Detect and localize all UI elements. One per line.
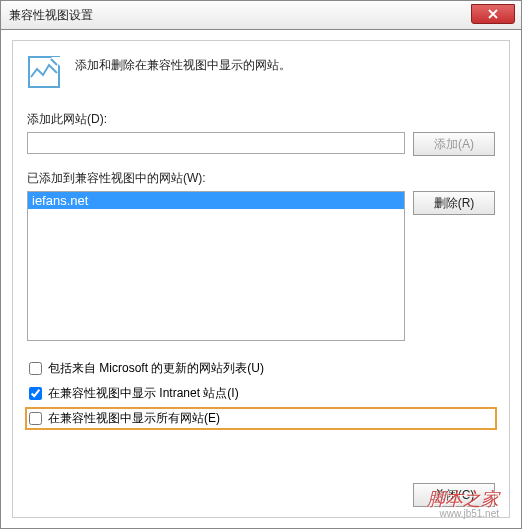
add-button[interactable]: 添加(A): [413, 132, 495, 156]
checkbox-all-sites[interactable]: 在兼容性视图中显示所有网站(E): [27, 409, 495, 428]
add-label: 添加此网站(D):: [27, 111, 495, 128]
add-website-input[interactable]: [27, 132, 405, 154]
checkbox-input[interactable]: [29, 387, 42, 400]
checkbox-input[interactable]: [29, 362, 42, 375]
list-row: iefans.net 删除(R): [27, 191, 495, 341]
checkbox-microsoft-update[interactable]: 包括来自 Microsoft 的更新的网站列表(U): [27, 359, 495, 378]
checkbox-label: 在兼容性视图中显示 Intranet 站点(I): [48, 385, 239, 402]
window-title: 兼容性视图设置: [9, 7, 93, 24]
header-row: 添加和删除在兼容性视图中显示的网站。: [27, 55, 495, 89]
close-icon[interactable]: [471, 4, 515, 24]
compat-icon: [27, 55, 61, 89]
checkbox-input[interactable]: [29, 412, 42, 425]
list-item[interactable]: iefans.net: [28, 192, 404, 209]
website-listbox[interactable]: iefans.net: [27, 191, 405, 341]
remove-button[interactable]: 删除(R): [413, 191, 495, 215]
inner-panel: 添加和删除在兼容性视图中显示的网站。 添加此网站(D): 添加(A) 已添加到兼…: [12, 40, 510, 518]
add-row: 添加(A): [27, 132, 495, 156]
header-description: 添加和删除在兼容性视图中显示的网站。: [75, 55, 291, 74]
dialog-body: 添加和删除在兼容性视图中显示的网站。 添加此网站(D): 添加(A) 已添加到兼…: [0, 30, 522, 529]
checkbox-group: 包括来自 Microsoft 的更新的网站列表(U) 在兼容性视图中显示 Int…: [27, 359, 495, 428]
title-bar: 兼容性视图设置: [0, 0, 522, 30]
close-button[interactable]: 关闭(C): [413, 483, 495, 507]
checkbox-label: 在兼容性视图中显示所有网站(E): [48, 410, 220, 427]
watermark-url: www.jb51.net: [440, 508, 499, 519]
checkbox-label: 包括来自 Microsoft 的更新的网站列表(U): [48, 360, 264, 377]
list-label: 已添加到兼容性视图中的网站(W):: [27, 170, 495, 187]
checkbox-intranet[interactable]: 在兼容性视图中显示 Intranet 站点(I): [27, 384, 495, 403]
